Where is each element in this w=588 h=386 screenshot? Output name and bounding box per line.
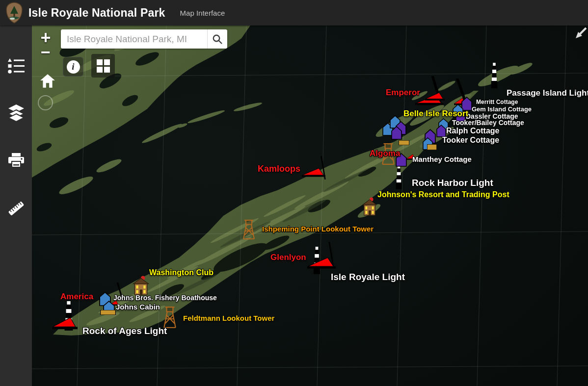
legend-button[interactable] <box>0 52 32 80</box>
map-label-johns-bros-fishery-boathouse: Johns Bros. Fishery Boathouse <box>113 294 217 301</box>
home-extent-button[interactable] <box>39 73 56 89</box>
zoom-out-button[interactable]: − <box>39 47 53 62</box>
map-label-emperor: Emperor <box>386 88 420 97</box>
map-label-rock-harbor-light: Rock Harbor Light <box>412 178 493 187</box>
ishpeming-lookout-tower-marker[interactable] <box>241 219 256 240</box>
print-icon <box>8 153 25 169</box>
belle-isle-dock[interactable] <box>399 140 409 145</box>
map-label-rock-of-ages-light: Rock of Ages Light <box>82 326 167 335</box>
map-label-tooker-bailey-cottage: Tooker/Bailey Cottage <box>452 119 524 126</box>
america-wreck[interactable] <box>52 317 78 332</box>
johnsons-resort-building[interactable] <box>362 197 377 216</box>
map-label-feldtmann-lookout-tower: Feldtmann Lookout Tower <box>183 314 274 322</box>
passage-island-lighthouse[interactable] <box>490 63 499 88</box>
print-button[interactable] <box>0 147 32 175</box>
map-interface-app: EmperorKamloopsAlgomaGlenlyonAmericaPass… <box>0 0 588 386</box>
legend-icon <box>7 58 25 75</box>
nav-map-interface[interactable]: Map Interface <box>180 9 225 17</box>
basemap-gallery-button[interactable] <box>91 54 115 77</box>
kamloops-wreck[interactable] <box>302 168 325 179</box>
map-label-washington-club: Washington Club <box>149 269 214 277</box>
layers-button[interactable] <box>0 99 32 127</box>
search-bar <box>61 29 227 49</box>
map-label-manthey-cottage: Manthey Cottage <box>412 155 472 163</box>
map-label-glenlyon: Glenlyon <box>270 253 306 261</box>
map-label-algoma: Algoma <box>370 149 400 157</box>
map-label-ralph-cottage: Ralph Cottage <box>446 127 499 135</box>
belle-isle-cottage-2[interactable] <box>391 126 402 140</box>
locate-button[interactable] <box>38 95 53 110</box>
map-label-isle-royale-light: Isle Royale Light <box>331 272 405 282</box>
measure-button[interactable] <box>0 195 32 222</box>
washington-club-building[interactable] <box>132 276 150 295</box>
search-button[interactable] <box>207 29 227 49</box>
basemap-grid-icon <box>97 59 110 73</box>
map-label-belle-isle-resort: Belle Isle Resort <box>403 109 468 118</box>
nps-arrowhead-logo <box>4 2 24 24</box>
map-label-johns-cabin: Johns Cabin <box>116 303 160 310</box>
collapse-arrow-icon[interactable] <box>574 26 588 40</box>
home-icon <box>39 73 56 89</box>
info-button[interactable]: i <box>63 57 83 77</box>
search-input[interactable] <box>61 29 207 49</box>
glenlyon-wreck[interactable] <box>307 257 336 271</box>
measure-ruler-icon <box>7 200 25 217</box>
info-icon: i <box>67 60 80 74</box>
map-label-gem-island-cottage: Gem Island Cottage <box>472 106 532 112</box>
map-label-merritt-cottage: Merritt Cottage <box>476 99 518 105</box>
map-canvas[interactable]: EmperorKamloopsAlgomaGlenlyonAmericaPass… <box>0 0 588 386</box>
map-label-tooker-cottage: Tooker Cottage <box>442 136 499 144</box>
map-label-passage-island-light: Passage Island Light <box>507 89 588 97</box>
johns-dock[interactable] <box>100 310 116 315</box>
toolbar-sidebar <box>0 26 32 386</box>
map-label-kamloops: Kamloops <box>258 164 300 173</box>
map-label-johnson-s-resort-and-trading-post: Johnson's Resort and Trading Post <box>377 191 509 199</box>
map-label-america: America <box>60 292 93 301</box>
emperor-wreck-2[interactable] <box>425 92 445 102</box>
map-label-ishpeming-point-lookout-tower: Ishpeming Point Lookout Tower <box>262 225 374 232</box>
rock-harbor-lighthouse[interactable] <box>395 166 403 189</box>
layers-icon <box>7 104 25 122</box>
page-title: Isle Royale National Park <box>28 6 165 20</box>
header-bar: Isle Royale National Park Map Interface <box>0 0 588 26</box>
search-icon <box>212 34 223 45</box>
tooker-dock[interactable] <box>427 144 437 150</box>
